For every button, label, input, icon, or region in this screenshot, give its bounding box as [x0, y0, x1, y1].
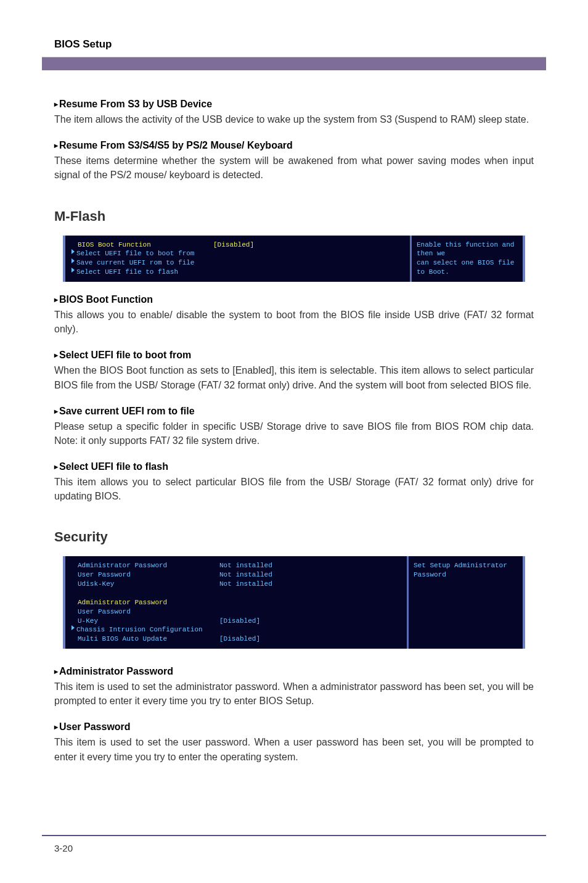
bios-label: Select UEFI file to boot from — [76, 249, 194, 258]
arrow-icon: ▸ — [54, 295, 58, 304]
bios-value: Not installed — [219, 580, 401, 589]
section-heading-mflash: M-Flash — [54, 208, 534, 224]
bios-help-text: Enable this function and then we — [417, 240, 518, 259]
bios-left-pane: Administrator Password Not installed Use… — [65, 556, 409, 649]
arrow-icon: ▸ — [54, 723, 58, 731]
item-text: The item allows the activity of the USB … — [54, 112, 534, 126]
footer-line — [42, 835, 546, 836]
heading-text: Select UEFI file to boot from — [59, 350, 191, 360]
bios-label: Select UEFI file to flash — [76, 268, 178, 277]
item-heading-admin-pass: ▸Administrator Password — [54, 666, 534, 677]
item-text: Please setup a specific folder in specif… — [54, 419, 534, 448]
item-text: This allows you to enable/ disable the s… — [54, 308, 534, 336]
section-heading-security: Security — [54, 529, 534, 545]
bios-label: Save current UEFI rom to file — [76, 258, 194, 268]
arrow-icon — [71, 249, 75, 254]
bios-label: U-Key — [78, 617, 219, 626]
heading-text: Select UEFI file to flash — [59, 461, 168, 472]
arrow-icon: ▸ — [54, 407, 58, 416]
item-heading-select-uefi-flash: ▸Select UEFI file to flash — [54, 461, 534, 472]
arrow-icon — [71, 625, 75, 630]
security-bios-screenshot: Administrator Password Not installed Use… — [63, 556, 525, 649]
arrow-icon: ▸ — [54, 462, 58, 471]
bios-value: Not installed — [219, 561, 401, 570]
arrow-icon: ▸ — [54, 667, 58, 676]
heading-text: Resume From S3 by USB Device — [59, 99, 212, 109]
item-text: When the BIOS Boot function as sets to [… — [54, 363, 534, 392]
arrow-icon: ▸ — [54, 141, 58, 150]
bios-label: BIOS Boot Function — [71, 240, 213, 250]
heading-text: BIOS Boot Function — [59, 294, 153, 305]
bios-help-text: can select one BIOS file to Boot. — [417, 258, 518, 277]
bios-left-pane: BIOS Boot Function [Disabled] Select UEF… — [65, 236, 412, 282]
bios-value: [Disabled] — [213, 240, 404, 250]
bios-label: Administrator Password — [78, 598, 167, 607]
heading-text: User Password — [59, 721, 131, 732]
bios-value: Not installed — [219, 570, 401, 580]
bios-value: [Disabled] — [219, 617, 401, 626]
arrow-icon: ▸ — [54, 351, 58, 359]
arrow-icon — [71, 268, 75, 273]
arrow-icon: ▸ — [54, 100, 58, 109]
header-bar — [42, 57, 546, 70]
bios-label: Administrator Password — [78, 561, 219, 570]
bios-label: Multi BIOS Auto Update — [78, 635, 219, 644]
item-heading-save-uefi: ▸Save current UEFI rom to file — [54, 406, 534, 417]
item-heading-bios-boot: ▸BIOS Boot Function — [54, 294, 534, 305]
item-heading-user-pass: ▸User Password — [54, 721, 534, 733]
bios-value: [Disabled] — [219, 635, 401, 644]
arrow-icon — [71, 258, 75, 263]
bios-help-text: Set Setup Administrator Password — [414, 561, 518, 580]
page-title: BIOS Setup — [54, 38, 588, 51]
item-heading-select-uefi-boot: ▸Select UEFI file to boot from — [54, 350, 534, 361]
item-text: This item is used to set the administrat… — [54, 680, 534, 708]
bios-help-pane: Set Setup Administrator Password — [409, 556, 523, 649]
bios-label: User Password — [78, 607, 131, 617]
page-number: 3-20 — [54, 843, 73, 853]
bios-label: Chassis Intrusion Configuration — [76, 625, 203, 635]
item-heading-resume-ps2: ▸Resume From S3/S4/S5 by PS/2 Mouse/ Key… — [54, 140, 534, 151]
heading-text: Resume From S3/S4/S5 by PS/2 Mouse/ Keyb… — [59, 140, 293, 150]
item-text: This item is used to set the user passwo… — [54, 735, 534, 763]
item-heading-resume-usb: ▸Resume From S3 by USB Device — [54, 99, 534, 110]
bios-help-pane: Enable this function and then we can sel… — [412, 236, 523, 282]
content: ▸Resume From S3 by USB Device The item a… — [0, 70, 588, 764]
mflash-bios-screenshot: BIOS Boot Function [Disabled] Select UEF… — [63, 236, 525, 282]
item-text: These items determine whether the system… — [54, 154, 534, 182]
heading-text: Save current UEFI rom to file — [59, 406, 195, 416]
heading-text: Administrator Password — [59, 666, 173, 676]
item-text: This item allows you to select particula… — [54, 475, 534, 503]
bios-label: User Password — [78, 570, 219, 580]
bios-label: Udisk-Key — [78, 580, 219, 589]
